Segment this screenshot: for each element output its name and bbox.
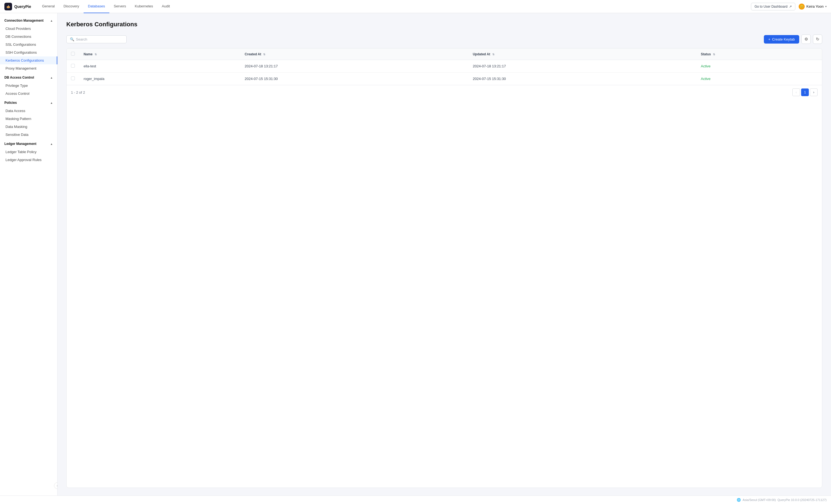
timezone: Asia/Seoul (GMT+09:00)	[743, 498, 776, 502]
header-status[interactable]: Status ⇅	[696, 49, 822, 60]
tab-kubernetes[interactable]: Kubernetes	[131, 0, 157, 13]
settings-button[interactable]: ⚙	[801, 34, 811, 44]
main-content: Kerberos Configurations 🔍 + Create Keyta…	[58, 13, 831, 496]
table-header-row: Name ⇅ Created At ⇅ Updated At ⇅ Statu	[66, 49, 822, 60]
tab-servers[interactable]: Servers	[109, 0, 131, 13]
user-area[interactable]: 😊 Keira Yoon ▾	[799, 4, 827, 9]
row-status: Active	[696, 60, 822, 72]
ledger-management-header[interactable]: Ledger Management ▲	[0, 140, 57, 148]
table-row: ella-test 2024-07-18 13:21:17 2024-07-18…	[66, 60, 822, 72]
top-nav: 🥧 QueryPie General Discovery Databases S…	[0, 0, 831, 13]
collapse-icon-3: ▲	[50, 101, 53, 105]
row-checkbox-cell	[66, 60, 79, 72]
row-created-at: 2024-07-18 13:21:17	[240, 60, 468, 72]
refresh-icon: ↻	[816, 37, 820, 42]
kerberos-table: Name ⇅ Created At ⇅ Updated At ⇅ Statu	[66, 49, 822, 85]
sidebar-item-access-control[interactable]: Access Control	[0, 90, 57, 97]
collapse-icon-2: ▲	[50, 76, 53, 79]
create-keytab-button[interactable]: + Create Keytab	[764, 35, 799, 43]
row-updated-at: 2024-07-18 13:21:17	[468, 60, 696, 72]
page-title: Kerberos Configurations	[66, 21, 822, 28]
globe-icon: 🌐	[737, 498, 741, 502]
row-checkbox-cell	[66, 72, 79, 85]
select-all-checkbox[interactable]	[71, 52, 75, 56]
row-created-at: 2024-07-15 15:31:30	[240, 72, 468, 85]
row-name[interactable]: ella-test	[79, 60, 240, 72]
row-name[interactable]: roger_impala	[79, 72, 240, 85]
sidebar-item-ssh-configurations[interactable]: SSH Configurations	[0, 49, 57, 56]
search-box: 🔍	[66, 35, 126, 43]
user-avatar: 😊	[799, 4, 805, 9]
pagination-bar: 1 - 2 of 2 ‹ 1 ›	[66, 85, 822, 99]
sidebar-item-cloud-providers[interactable]: Cloud Providers	[0, 25, 57, 33]
sidebar-item-proxy-management[interactable]: Proxy Management	[0, 64, 57, 72]
gear-icon: ⚙	[804, 37, 808, 42]
sort-icon-updated: ⇅	[492, 53, 494, 56]
page-1-button[interactable]: 1	[801, 88, 809, 96]
external-link-icon: ↗	[789, 5, 792, 8]
sidebar-item-privilege-type[interactable]: Privilege Type	[0, 82, 57, 90]
sidebar-item-masking-pattern[interactable]: Masking Pattern	[0, 115, 57, 123]
sidebar-section-policies: Policies ▲ Data Access Masking Pattern D…	[0, 98, 57, 139]
goto-dashboard-button[interactable]: Go to User Dashboard ↗	[751, 3, 795, 10]
tab-databases[interactable]: Databases	[84, 0, 109, 13]
sidebar-item-ssl-configurations[interactable]: SSL Configurations	[0, 40, 57, 49]
header-updated-at[interactable]: Updated At ⇅	[468, 49, 696, 60]
sidebar-item-ledger-table-policy[interactable]: Ledger Table Policy	[0, 148, 57, 156]
user-name: Keira Yoon	[806, 4, 824, 8]
policies-header[interactable]: Policies ▲	[0, 98, 57, 107]
collapse-icon-4: ▲	[50, 142, 53, 145]
row-checkbox[interactable]	[71, 64, 75, 68]
pagination-controls: ‹ 1 ›	[792, 88, 818, 96]
next-page-button[interactable]: ›	[810, 88, 818, 96]
nav-right: Go to User Dashboard ↗ 😊 Keira Yoon ▾	[751, 3, 827, 10]
logo-area: 🥧 QueryPie	[4, 3, 31, 10]
db-access-control-header[interactable]: DB Access Control ▲	[0, 73, 57, 82]
sidebar: Connection Management ▲ Cloud Providers …	[0, 13, 58, 496]
sidebar-section-ledger-management: Ledger Management ▲ Ledger Table Policy …	[0, 140, 57, 164]
sidebar-section-connection-management: Connection Management ▲ Cloud Providers …	[0, 17, 57, 72]
plus-icon: +	[768, 37, 770, 41]
row-status: Active	[696, 72, 822, 85]
table-container: Name ⇅ Created At ⇅ Updated At ⇅ Statu	[66, 48, 822, 488]
refresh-button[interactable]: ↻	[813, 34, 822, 44]
sort-icon-created: ⇅	[263, 53, 265, 56]
header-checkbox-cell	[66, 49, 79, 60]
collapse-icon: ▲	[50, 19, 53, 22]
sort-icon-name: ⇅	[94, 53, 97, 56]
row-checkbox[interactable]	[71, 77, 75, 80]
sidebar-item-db-connections[interactable]: DB Connections	[0, 33, 57, 40]
header-name[interactable]: Name ⇅	[79, 49, 240, 60]
sidebar-collapse-button[interactable]: ‹	[54, 482, 58, 489]
pagination-info: 1 - 2 of 2	[71, 90, 85, 94]
table-body: ella-test 2024-07-18 13:21:17 2024-07-18…	[66, 60, 822, 85]
table-row: roger_impala 2024-07-15 15:31:30 2024-07…	[66, 72, 822, 85]
connection-management-header[interactable]: Connection Management ▲	[0, 17, 57, 25]
nav-tabs: General Discovery Databases Servers Kube…	[37, 0, 751, 13]
sidebar-item-ledger-approval-rules[interactable]: Ledger Approval Rules	[0, 156, 57, 164]
main-layout: Connection Management ▲ Cloud Providers …	[0, 13, 831, 496]
tab-audit[interactable]: Audit	[157, 0, 174, 13]
search-icon: 🔍	[70, 37, 74, 41]
chevron-down-icon: ▾	[825, 5, 827, 8]
sidebar-item-sensitive-data[interactable]: Sensitive Data	[0, 131, 57, 139]
logo-icon: 🥧	[4, 3, 12, 10]
sidebar-section-db-access-control: DB Access Control ▲ Privilege Type Acces…	[0, 73, 57, 97]
version: QueryPie 10.0.0 (20240725-171127)	[778, 498, 827, 502]
tab-general[interactable]: General	[37, 0, 59, 13]
prev-page-button[interactable]: ‹	[792, 88, 800, 96]
tab-discovery[interactable]: Discovery	[59, 0, 84, 13]
row-updated-at: 2024-07-15 15:31:30	[468, 72, 696, 85]
sidebar-item-data-access[interactable]: Data Access	[0, 107, 57, 115]
header-created-at[interactable]: Created At ⇅	[240, 49, 468, 60]
footer: 🌐 Asia/Seoul (GMT+09:00) QueryPie 10.0.0…	[0, 496, 831, 504]
sidebar-item-data-masking[interactable]: Data Masking	[0, 123, 57, 131]
sidebar-item-kerberos-configurations[interactable]: Kerberos Configurations	[0, 56, 57, 64]
toolbar: 🔍 + Create Keytab ⚙ ↻	[66, 34, 822, 44]
search-input[interactable]	[76, 37, 123, 41]
toolbar-right: + Create Keytab ⚙ ↻	[764, 34, 822, 44]
logo-text: QueryPie	[14, 4, 31, 9]
sort-icon-status: ⇅	[713, 53, 715, 56]
